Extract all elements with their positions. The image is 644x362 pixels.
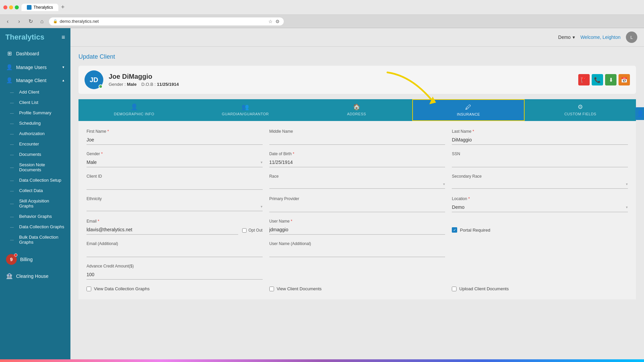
sidebar-item-authorization[interactable]: Authorization: [0, 128, 70, 139]
view-data-collection-graphs-checkbox[interactable]: [87, 287, 91, 291]
tab-demographic-info[interactable]: 👤 DEMOGRAPHIC INFO: [78, 99, 190, 121]
upload-client-documents-checkbox[interactable]: [452, 287, 457, 291]
refresh-button[interactable]: ↻: [26, 17, 35, 26]
secondary-race-dropdown-icon[interactable]: ▾: [626, 182, 628, 186]
checkbox-view-data-collection-graphs: View Data Collection Graphs: [87, 286, 263, 291]
tab-address[interactable]: 🏠 ADDRESS: [301, 99, 412, 121]
sidebar-item-data-collection-setup[interactable]: Data Collection Setup: [0, 175, 70, 185]
browser-chrome: Theralytics +: [0, 0, 644, 15]
username-additional-input[interactable]: [269, 247, 445, 257]
middle-name-label: Middle Name: [269, 129, 445, 134]
sidebar-item-dashboard[interactable]: ⊞ Dashboard: [0, 46, 70, 61]
demographic-icon: 👤: [130, 103, 138, 111]
home-button[interactable]: ⌂: [38, 17, 46, 26]
lock-icon: 🔒: [53, 19, 58, 23]
calendar-button[interactable]: 📅: [619, 74, 630, 85]
sidebar-item-add-client[interactable]: Add Client: [0, 87, 70, 97]
new-tab-button[interactable]: +: [61, 4, 65, 11]
location-dropdown-icon[interactable]: ▾: [626, 205, 628, 209]
ssn-input[interactable]: [452, 158, 628, 167]
sidebar-item-clearing-house[interactable]: 🏦 Clearing House: [0, 269, 70, 283]
username-additional-group: User Name (Additional): [269, 241, 445, 257]
sidebar-item-behavior-graphs[interactable]: Behavior Graphs: [0, 211, 70, 222]
sidebar-item-session-note-documents[interactable]: Session Note Documents: [0, 160, 70, 175]
sidebar-item-skill-acquisition-graphs[interactable]: Skill Acquisition Graphs: [0, 196, 70, 211]
flag-button[interactable]: 🚩: [578, 74, 590, 85]
sidebar-item-data-collection-graphs[interactable]: Data Collection Graphs: [0, 222, 70, 232]
address-bar[interactable]: 🔒 demo.theralytics.net ☆ ⚙: [49, 17, 284, 25]
primary-provider-group: Primary Provider: [269, 196, 445, 212]
tab-custom-fields[interactable]: ⚙ CUSTOM FIELDS: [525, 99, 636, 121]
maximize-dot[interactable]: [15, 5, 19, 9]
advance-credit-label: Advance Credit Amount($): [87, 264, 263, 268]
middle-name-group: Middle Name: [269, 129, 445, 145]
forward-button[interactable]: ›: [15, 17, 23, 26]
sidebar-item-collect-data[interactable]: Collect Data: [0, 185, 70, 196]
star-icon[interactable]: ☆: [268, 19, 273, 24]
middle-name-input[interactable]: [269, 135, 445, 145]
address-icon: 🏠: [353, 103, 361, 111]
dob-input[interactable]: [269, 158, 445, 167]
form-row-6: Email (Additional) User Name (Additional…: [87, 241, 628, 257]
settings-icon[interactable]: ⚙: [275, 19, 280, 24]
empty-col-7b: [452, 264, 628, 280]
sidebar-item-manage-client[interactable]: 👤 Manage Client ▴: [0, 74, 70, 87]
sidebar-item-manage-users[interactable]: 👤 Manage Users ▾: [0, 61, 70, 74]
sidebar-label-dashboard: Dashboard: [16, 51, 39, 56]
user-avatar[interactable]: L: [626, 32, 637, 43]
demo-selector[interactable]: Demo ▾: [558, 35, 575, 40]
demo-label: Demo: [558, 35, 571, 40]
client-id-label: Client ID: [87, 174, 263, 179]
browser-tab[interactable]: Theralytics: [21, 4, 58, 11]
tab-navigation: 👤 DEMOGRAPHIC INFO 👥 GUARDIAN/GUARANTOR …: [78, 99, 636, 121]
main-content: Demo ▾ Welcome, Leighton L Update Client…: [70, 28, 644, 359]
view-client-documents-checkbox[interactable]: [269, 287, 274, 291]
email-row: Opt Out: [87, 225, 263, 235]
add-client-label: Add Client: [19, 89, 39, 95]
sidebar-item-client-list[interactable]: Client List: [0, 97, 70, 108]
phone-button[interactable]: 📞: [592, 74, 603, 85]
client-id-input[interactable]: [87, 180, 263, 190]
email-input[interactable]: [87, 225, 238, 235]
back-button[interactable]: ‹: [3, 17, 12, 26]
advance-credit-input[interactable]: [87, 270, 263, 280]
client-card-actions: 🚩 📞 ⬇ 📅: [578, 74, 630, 85]
tab-guardian-guarantor[interactable]: 👥 GUARDIAN/GUARANTOR: [190, 99, 301, 121]
race-label: Race: [269, 174, 445, 179]
sidebar-item-billing[interactable]: 9 Billing: [0, 250, 70, 269]
first-name-input[interactable]: [87, 135, 263, 145]
sidebar-item-scheduling[interactable]: Scheduling: [0, 118, 70, 128]
hamburger-icon[interactable]: ≡: [61, 34, 65, 41]
billing-icon: 9: [10, 257, 13, 262]
sidebar-label-manage-users: Manage Users: [16, 65, 47, 70]
sidebar-item-profile-summary[interactable]: Profile Summary: [0, 108, 70, 118]
tab-label-insurance: INSURANCE: [457, 112, 480, 116]
sidebar-item-bulk-data-collection-graphs[interactable]: Bulk Data Collection Graphs: [0, 232, 70, 247]
dropdown-arrow-icon: ▾: [573, 35, 575, 40]
logo-part2: lytics: [25, 33, 44, 41]
email-additional-input[interactable]: [87, 247, 263, 257]
portal-required-checkbox[interactable]: ✓: [452, 227, 457, 233]
sidebar-label-manage-client: Manage Client: [16, 78, 46, 83]
sidebar-item-encounter[interactable]: Encounter: [0, 139, 70, 149]
clearing-house-icon: 🏦: [6, 273, 13, 279]
primary-provider-input[interactable]: [269, 202, 445, 212]
gender-group: Gender * Male ▾: [87, 152, 263, 167]
minimize-dot[interactable]: [9, 5, 13, 9]
last-name-input[interactable]: [452, 135, 628, 145]
opt-out-checkbox[interactable]: [242, 228, 247, 233]
username-input[interactable]: [269, 225, 445, 235]
manage-users-icon: 👤: [6, 64, 13, 70]
sidebar-item-documents[interactable]: Documents: [0, 149, 70, 160]
empty-col-6: [452, 241, 628, 257]
client-info: Joe DiMaggio Gender : Male D.O.B : 11/25…: [109, 73, 179, 87]
side-panel-icon[interactable]: 👤: [635, 107, 644, 120]
client-dob: 11/25/1914: [157, 82, 179, 87]
ethnicity-dropdown-icon[interactable]: ▾: [261, 204, 263, 209]
race-dropdown-icon[interactable]: ▾: [443, 182, 445, 186]
gender-dropdown-icon[interactable]: ▾: [261, 160, 263, 165]
download-button[interactable]: ⬇: [605, 74, 616, 85]
tab-insurance[interactable]: 🖊 INSURANCE: [412, 99, 525, 121]
form-row-1: First Name * Middle Name Last Name *: [87, 129, 628, 145]
close-dot[interactable]: [3, 5, 7, 9]
